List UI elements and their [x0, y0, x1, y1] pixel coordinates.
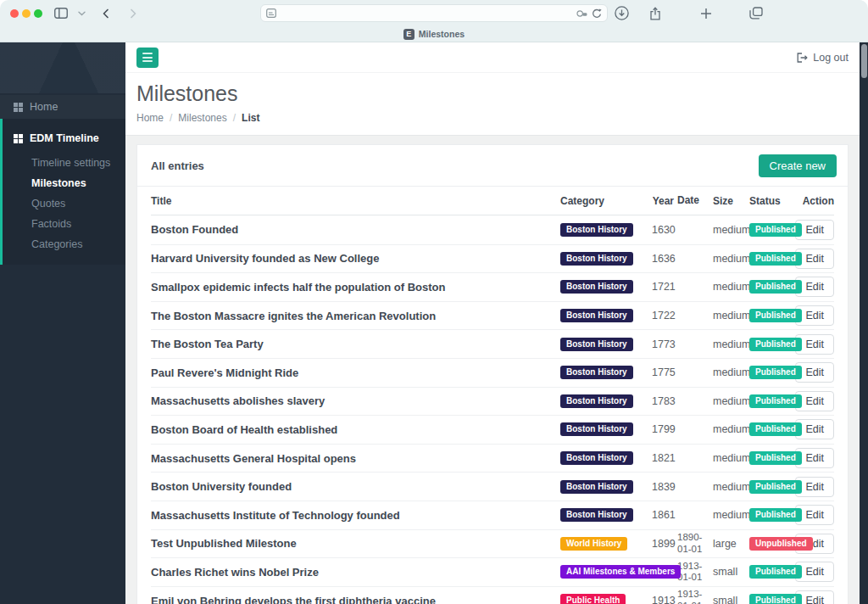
zoom-window-button[interactable] [34, 9, 42, 18]
row-size: medium [708, 253, 745, 265]
category-badge: Boston History [560, 309, 633, 322]
row-title: Smallpox epidemic infects half the popul… [151, 281, 560, 294]
status-badge: Published [749, 252, 802, 266]
row-year: 1636 [652, 253, 674, 265]
row-year: 1721 [652, 281, 674, 293]
category-badge: Boston History [560, 480, 633, 494]
row-title: The Boston Tea Party [151, 338, 560, 350]
logout-label: Log out [813, 52, 849, 64]
category-badge: Boston History [560, 252, 633, 266]
row-size: medium [708, 310, 745, 322]
sidebar-item-home[interactable]: Home [0, 95, 125, 119]
row-size: medium [708, 452, 745, 464]
app-topbar: Log out [125, 42, 860, 73]
breadcrumb: Home / Milestones / List [136, 112, 849, 124]
sidebar-subitem-milestones[interactable]: Milestones [3, 173, 125, 193]
chevron-down-icon[interactable] [73, 4, 91, 23]
active-tab[interactable]: E Milestones [0, 26, 868, 42]
column-size: Size [708, 195, 745, 207]
browser-chrome: E Milestones [0, 0, 868, 42]
status-badge: Unpublished [749, 537, 813, 551]
row-year: 1783 [652, 395, 674, 407]
sidebar-item-label: Home [30, 101, 58, 113]
sidebar-item-edm-timeline[interactable]: EDM Timeline [3, 126, 125, 153]
traffic-lights [10, 9, 42, 18]
column-category: Category [560, 195, 652, 207]
tab-overview-icon[interactable] [744, 4, 768, 23]
category-badge: Public Health [560, 594, 626, 604]
sidebar-subitem-factoids[interactable]: Factoids [3, 214, 125, 234]
table-row: Smallpox epidemic infects half the popul… [151, 272, 834, 301]
category-badge: Boston History [560, 451, 633, 465]
new-tab-icon[interactable] [695, 4, 717, 23]
share-icon[interactable] [644, 4, 666, 23]
row-size: small [708, 595, 745, 604]
category-badge: World History [560, 537, 627, 551]
logout-icon [797, 53, 808, 63]
sidebar-section-label: EDM Timeline [30, 132, 99, 144]
content-area: All entries Create new Title Category Ye… [125, 136, 860, 604]
page-header: Milestones Home / Milestones / List [125, 73, 860, 136]
browser-toolbar [0, 0, 868, 26]
row-title: Emil von Behring develops the first diph… [151, 595, 560, 604]
grid-icon [14, 103, 23, 112]
page-scrollbar-track [860, 42, 868, 604]
breadcrumb-separator: / [170, 112, 172, 124]
row-size: medium [708, 338, 745, 350]
sidebar-subitem-timeline-settings[interactable]: Timeline settings [3, 153, 125, 173]
menu-toggle-button[interactable] [136, 48, 159, 68]
table-row: Massachusetts abolishes slavery Boston H… [151, 387, 834, 416]
minimize-window-button[interactable] [22, 9, 31, 18]
row-size: medium [708, 281, 745, 293]
status-badge: Published [749, 280, 802, 294]
row-size: small [708, 566, 745, 578]
table-header-row: Title Category Year Date Size Status Act… [151, 187, 834, 215]
breadcrumb-home[interactable]: Home [136, 112, 164, 124]
reload-icon[interactable] [592, 8, 602, 19]
back-icon[interactable] [96, 4, 116, 23]
sidebar: Home EDM Timeline Timeline settingsMiles… [0, 42, 125, 604]
row-title: Boston Board of Health established [151, 423, 560, 436]
row-year: 1799 [652, 423, 674, 435]
table-body: Boston Founded Boston History 1630 mediu… [151, 215, 834, 604]
status-badge: Published [749, 223, 802, 237]
row-title: Harvard University founded as New Colleg… [151, 252, 560, 265]
row-size: medium [708, 395, 745, 407]
downloads-icon[interactable] [609, 4, 634, 23]
table-row: Charles Richet wins Nobel Prize AAI Mile… [151, 557, 834, 586]
close-window-button[interactable] [10, 9, 19, 18]
create-new-button[interactable]: Create new [759, 154, 837, 177]
browser-window: E Milestones Home EDM Timeline Timelin [0, 0, 868, 604]
row-year: 1839 [652, 481, 674, 493]
page-scrollbar-thumb[interactable] [861, 44, 867, 78]
row-year: 1775 [652, 366, 674, 378]
logout-button[interactable]: Log out [797, 52, 849, 64]
category-badge: Boston History [560, 280, 633, 294]
reader-icon[interactable] [266, 8, 276, 18]
forward-icon[interactable] [123, 4, 143, 23]
breadcrumb-current: List [242, 112, 259, 124]
sidebar-toggle-icon[interactable] [49, 4, 73, 23]
page-title: Milestones [136, 81, 849, 106]
table-row: The Boston Tea Party Boston History 1773… [151, 329, 834, 358]
breadcrumb-milestones[interactable]: Milestones [178, 112, 226, 124]
status-badge: Published [749, 394, 802, 408]
row-size: medium [708, 509, 745, 521]
column-status: Status [745, 195, 792, 207]
category-badge: Boston History [560, 366, 633, 379]
row-date: 1913-01-01 [674, 589, 708, 604]
autofill-icon[interactable] [576, 9, 587, 18]
table-row: Boston Board of Health established Bosto… [151, 415, 834, 444]
url-bar[interactable] [260, 4, 608, 22]
status-badge: Published [749, 480, 802, 494]
sidebar-subitem-categories[interactable]: Categories [3, 234, 125, 254]
sidebar-subitems: Timeline settingsMilestonesQuotesFactoid… [3, 153, 125, 254]
row-title: Paul Revere's Midnight Ride [151, 366, 560, 379]
sidebar-subitem-quotes[interactable]: Quotes [3, 193, 125, 214]
row-year: 1630 [652, 224, 674, 236]
table-row: The Boston Massacre ignites the American… [151, 301, 834, 330]
status-badge: Published [749, 422, 802, 436]
row-title: Massachusetts General Hospital opens [151, 452, 560, 465]
grid-icon [14, 134, 23, 143]
tab-favicon: E [403, 29, 415, 40]
